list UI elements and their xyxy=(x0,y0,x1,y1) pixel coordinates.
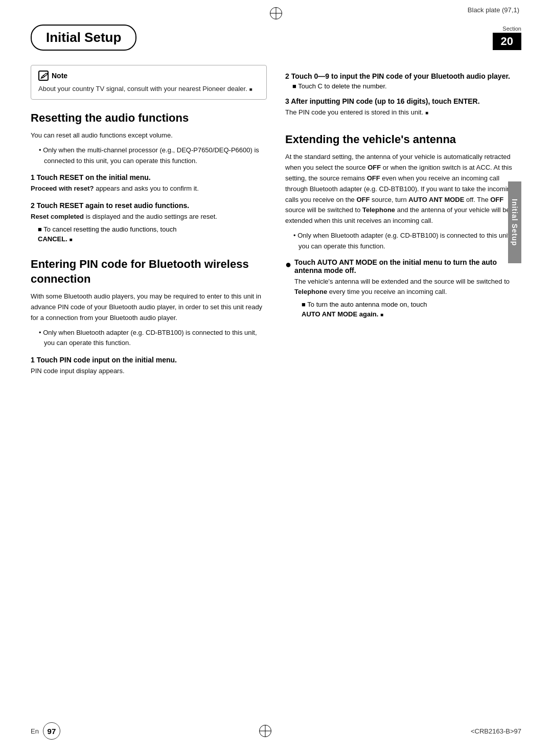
entering-pin-step2-bullet: ■ Touch C to delete the number. xyxy=(285,82,521,90)
top-center-crosshair xyxy=(270,7,282,19)
left-column: 🖊 Note About your country TV signal, con… xyxy=(31,65,267,380)
note-header: 🖊 Note xyxy=(38,71,259,81)
resetting-step2-bullet: ■ To cancel resetting the audio function… xyxy=(31,225,267,233)
auto-ant-sq: ■ xyxy=(380,312,383,317)
page: Black plate (97,1) Initial Setup Section… xyxy=(0,0,552,756)
extending-circle-heading: Touch AUTO ANT MODE on the initial menu … xyxy=(294,258,521,274)
resetting-section: Resetting the audio functions You can re… xyxy=(31,111,267,243)
cancel-sq: ■ xyxy=(69,237,72,242)
extending-section: Extending the vehicle's antenna At the s… xyxy=(285,132,521,318)
footer: En 97 <CRB2163-B>97 xyxy=(0,722,552,740)
note-title: Note xyxy=(52,72,67,80)
title-box: Initial Setup xyxy=(31,25,136,51)
resetting-step2-body: Reset completed is displayed and the aud… xyxy=(31,212,267,222)
entering-pin-step3-heading: 3 After inputting PIN code (up to 16 dig… xyxy=(285,97,521,105)
footer-left: En 97 xyxy=(31,722,60,740)
circle-bullet-content: Touch AUTO ANT MODE on the initial menu … xyxy=(294,258,521,318)
section-area: Section 20 xyxy=(493,26,521,50)
entering-pin-step2: 2 Touch 0—9 to input the PIN code of you… xyxy=(285,72,521,90)
note-sq: ■ xyxy=(249,86,252,92)
page-title: Initial Setup xyxy=(46,30,121,45)
entering-pin-step1-heading: 1 Touch PIN code input on the initial me… xyxy=(31,356,267,364)
title-bar: Initial Setup Section 20 xyxy=(31,25,521,51)
auto-ant-mode: AUTO ANT MODE again. ■ xyxy=(294,310,521,318)
note-box: 🖊 Note About your country TV signal, con… xyxy=(31,65,267,100)
note-text: About your country TV signal, consult wi… xyxy=(38,84,259,94)
extending-intro: At the standard setting, the antenna of … xyxy=(285,152,521,226)
extending-bullet1: Only when Bluetooth adapter (e.g. CD-BTB… xyxy=(290,231,521,252)
extending-circle-bullet: ■ To turn the auto antenna mode on, touc… xyxy=(294,301,521,308)
resetting-step1-body: Proceed with reset? appears and asks you… xyxy=(31,184,267,194)
note-icon: 🖊 xyxy=(38,71,49,81)
black-plate: Black plate (97,1) xyxy=(468,6,519,14)
section-number: 20 xyxy=(493,33,521,50)
entering-pin-intro: With some Bluetooth audio players, you m… xyxy=(31,291,267,323)
content-area: 🖊 Note About your country TV signal, con… xyxy=(31,65,521,380)
extending-heading: Extending the vehicle's antenna xyxy=(285,132,521,147)
right-column: 2 Touch 0—9 to input the PIN code of you… xyxy=(285,65,521,380)
entering-pin-step3-body: The PIN code you entered is stored in th… xyxy=(285,107,521,118)
circle-bullet-dot: ● xyxy=(285,258,291,270)
cancel-line: CANCEL. ■ xyxy=(31,235,267,243)
resetting-intro: You can reset all audio functions except… xyxy=(31,130,267,141)
entering-pin-bullet1: Only when Bluetooth adapter (e.g. CD-BTB… xyxy=(36,328,267,349)
entering-pin-section: Entering PIN code for Bluetooth wireless… xyxy=(31,257,267,377)
resetting-heading: Resetting the audio functions xyxy=(31,111,267,126)
resetting-step1-heading: 1 Touch RESET on the initial menu. xyxy=(31,173,267,181)
page-number: 97 xyxy=(43,722,60,740)
entering-pin-step2-heading: 2 Touch 0—9 to input the PIN code of you… xyxy=(285,72,521,80)
resetting-step2-heading: 2 Touch RESET again to reset audio funct… xyxy=(31,201,267,210)
bottom-center-crosshair xyxy=(259,725,271,737)
section-label: Section xyxy=(502,26,521,32)
extending-circle-body: The vehicle's antenna will be extended a… xyxy=(294,277,521,298)
extending-circle-step: ● Touch AUTO ANT MODE on the initial men… xyxy=(285,258,521,318)
footer-code: <CRB2163-B>97 xyxy=(471,727,521,735)
entering-pin-step1-body: PIN code input display appears. xyxy=(31,366,267,377)
entering-pin-step3: 3 After inputting PIN code (up to 16 dig… xyxy=(285,97,521,118)
entering-pin-heading: Entering PIN code for Bluetooth wireless… xyxy=(31,257,267,286)
right-sidebar-label: Initial Setup xyxy=(508,181,521,263)
entering-pin-step3-sq: ■ xyxy=(425,110,428,116)
resetting-bullet1: Only when the multi-channel processor (e… xyxy=(36,145,267,167)
footer-en: En xyxy=(31,727,39,735)
